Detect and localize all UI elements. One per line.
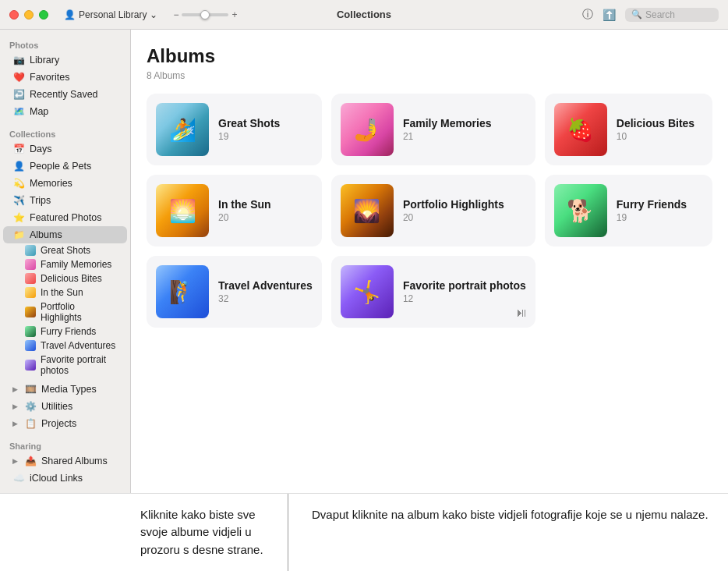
annotation-area: Kliknite kako biste sve svoje albume vid…: [0, 493, 728, 572]
sidebar-sub-label-great-shots: Great Shots: [41, 245, 90, 256]
chevron-icon: ⌄: [150, 9, 157, 20]
sub-icon-favorite-portrait: [25, 360, 36, 371]
slider-thumb: [200, 10, 210, 20]
share-icon[interactable]: ⬆️: [603, 9, 616, 21]
album-card-family-memories[interactable]: 🤳 Family Memories 21: [331, 94, 535, 165]
sidebar-item-days[interactable]: 📅 Days: [3, 140, 127, 158]
sidebar-item-icloud-links[interactable]: ☁️ iCloud Links: [3, 470, 127, 487]
sidebar-item-utilities[interactable]: ▶ ⚙️ Utilities: [3, 398, 127, 415]
fullscreen-button[interactable]: [39, 10, 48, 20]
recently-saved-icon: ↩️: [12, 88, 25, 101]
album-info-portfolio-highlights: Portfolio Highlights 20: [403, 198, 526, 223]
sidebar-sub-delicious-bites[interactable]: Delicious Bites: [3, 271, 127, 286]
album-name-portfolio-highlights: Portfolio Highlights: [403, 198, 526, 211]
sidebar-sub-furry-friends[interactable]: Furry Friends: [3, 325, 127, 339]
play-icon: ⏯: [515, 306, 528, 320]
album-name-in-the-sun: In the Sun: [218, 198, 313, 211]
thumb-emoji-delicious: 🍓: [554, 103, 607, 156]
sidebar-item-featured-photos[interactable]: ⭐ Featured Photos: [3, 209, 127, 226]
album-card-delicious-bites[interactable]: 🍓 Delicious Bites 10: [545, 94, 712, 165]
album-thumb-great-shots: 🏄: [156, 103, 209, 156]
thumb-emoji-portfolio: 🌄: [341, 184, 394, 237]
sidebar-label-albums: Albums: [30, 229, 62, 240]
toolbar-left: 👤 Personal Library ⌄ − +: [64, 9, 237, 20]
sidebar-label-icloud-links: iCloud Links: [30, 473, 83, 484]
sidebar-item-recently-saved[interactable]: ↩️ Recently Saved: [3, 86, 127, 103]
sidebar-item-map[interactable]: 🗺️ Map: [3, 103, 127, 120]
sidebar-sub-family-memories[interactable]: Family Memories: [3, 257, 127, 271]
projects-icon: 📋: [24, 417, 37, 430]
expand-icon-utilities: ▶: [12, 403, 18, 410]
utilities-icon: ⚙️: [24, 400, 37, 413]
thumb-emoji-travel: 🧗: [156, 265, 209, 318]
sidebar-label-library: Library: [30, 55, 59, 66]
sidebar-label-trips: Trips: [30, 195, 51, 206]
sidebar-sub-travel-adventures[interactable]: Travel Adventures: [3, 339, 127, 353]
memories-icon: 💫: [12, 177, 25, 190]
album-card-favorite-portrait[interactable]: 🤸 Favorite portrait photos 12 ⏯: [331, 256, 535, 328]
sidebar-sub-in-the-sun[interactable]: In the Sun: [3, 286, 127, 300]
sidebar-item-favorites[interactable]: ❤️ Favorites: [3, 69, 127, 86]
library-selector[interactable]: 👤 Personal Library ⌄: [64, 9, 157, 20]
sidebar-sub-label-travel-adventures: Travel Adventures: [41, 340, 115, 351]
zoom-slider[interactable]: − +: [173, 9, 237, 20]
album-name-furry-friends: Furry Friends: [617, 198, 703, 211]
sidebar-sub-label-family-memories: Family Memories: [41, 259, 111, 270]
sidebar-sub-favorite-portrait[interactable]: Favorite portrait photos: [3, 353, 127, 378]
sidebar-label-favorites: Favorites: [30, 72, 69, 83]
sidebar-item-media-types[interactable]: ▶ 🎞️ Media Types: [3, 381, 127, 398]
thumb-emoji-family: 🤳: [341, 103, 394, 156]
album-name-favorite-portrait: Favorite portrait photos: [403, 279, 526, 292]
album-count-family-memories: 21: [403, 131, 526, 142]
sidebar-item-people-pets[interactable]: 👤 People & Pets: [3, 158, 127, 175]
sub-icon-portfolio-highlights: [25, 307, 36, 317]
close-button[interactable]: [9, 10, 19, 20]
album-count-portfolio-highlights: 20: [403, 212, 526, 223]
person-icon: 👤: [64, 9, 76, 20]
sidebar-item-library[interactable]: 📷 Library: [3, 51, 127, 69]
sidebar-sub-label-delicious-bites: Delicious Bites: [41, 273, 102, 284]
media-types-icon: 🎞️: [24, 383, 37, 395]
featured-photos-icon: ⭐: [12, 211, 25, 224]
title-bar: 👤 Personal Library ⌄ − + Collections ⓘ ⬆…: [0, 0, 728, 30]
album-card-furry-friends[interactable]: 🐕 Furry Friends 19: [545, 175, 712, 246]
sidebar-item-memories[interactable]: 💫 Memories: [3, 175, 127, 192]
sidebar-sub-label-furry-friends: Furry Friends: [41, 326, 96, 337]
search-box[interactable]: 🔍: [625, 8, 719, 22]
sidebar-sub-portfolio-highlights[interactable]: Portfolio Highlights: [3, 300, 127, 325]
sub-icon-furry-friends: [25, 326, 36, 337]
icloud-links-icon: ☁️: [12, 472, 25, 484]
album-count-travel-adventures: 32: [218, 293, 313, 304]
album-card-travel-adventures[interactable]: 🧗 Travel Adventures 32: [147, 256, 322, 328]
info-icon[interactable]: ⓘ: [582, 8, 593, 22]
sidebar-sub-label-favorite-portrait: Favorite portrait photos: [41, 354, 118, 376]
album-card-great-shots[interactable]: 🏄 Great Shots 19: [147, 94, 322, 165]
sidebar-sub-great-shots[interactable]: Great Shots: [3, 243, 127, 257]
sidebar-label-shared-albums: Shared Albums: [41, 456, 108, 466]
search-input[interactable]: [645, 9, 708, 20]
map-icon: 🗺️: [12, 105, 25, 118]
album-count-favorite-portrait: 12: [403, 293, 526, 304]
album-card-in-the-sun[interactable]: 🌅 In the Sun 20: [147, 175, 322, 246]
minus-icon: −: [173, 9, 178, 20]
album-thumb-travel: 🧗: [156, 265, 209, 318]
sub-icon-great-shots: [25, 245, 36, 256]
expand-icon-projects: ▶: [12, 420, 18, 427]
sidebar-item-shared-albums[interactable]: ▶ 📤 Shared Albums: [3, 452, 127, 470]
albums-icon: 📁: [12, 229, 25, 241]
sidebar: Photos 📷 Library ❤️ Favorites ↩️ Recentl…: [0, 30, 131, 493]
sidebar-sub-label-in-the-sun: In the Sun: [41, 287, 83, 298]
album-count-furry-friends: 19: [617, 212, 703, 223]
thumb-emoji-furry: 🐕: [554, 184, 607, 237]
people-pets-icon: 👤: [12, 160, 25, 172]
album-info-furry-friends: Furry Friends 19: [617, 198, 703, 223]
sidebar-item-albums[interactable]: 📁 Albums: [3, 226, 127, 243]
album-count-in-the-sun: 20: [218, 212, 313, 223]
sidebar-label-media-types: Media Types: [41, 384, 97, 395]
album-card-portfolio-highlights[interactable]: 🌄 Portfolio Highlights 20: [331, 175, 535, 246]
minimize-button[interactable]: [24, 10, 34, 20]
sidebar-item-projects[interactable]: ▶ 📋 Projects: [3, 415, 127, 432]
sidebar-item-trips[interactable]: ✈️ Trips: [3, 192, 127, 209]
window-title: Collections: [337, 9, 391, 20]
expand-icon-media-types: ▶: [12, 385, 18, 393]
